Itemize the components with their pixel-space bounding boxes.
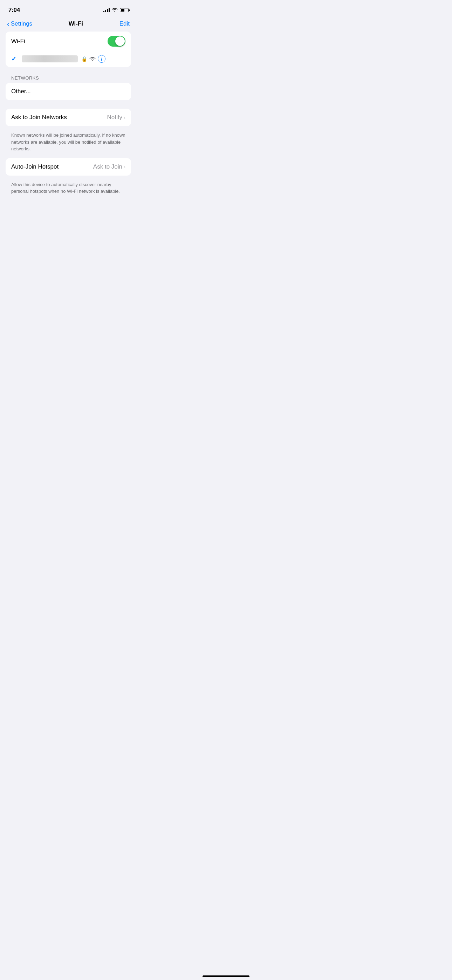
lock-icon: 🔒 — [81, 56, 87, 62]
status-icons — [103, 7, 130, 13]
network-info-button[interactable]: i — [98, 55, 105, 63]
wifi-network-icon — [89, 56, 95, 61]
wifi-status-icon — [112, 7, 118, 13]
networks-header: NETWORKS — [6, 70, 131, 83]
network-icons: 🔒 i — [81, 55, 105, 63]
content-area: Wi-Fi ✓ 🔒 i NETWORKS Other... — [0, 32, 137, 200]
toggle-knob — [115, 37, 125, 46]
auto-join-chevron-icon: › — [124, 164, 126, 170]
page-title: Wi-Fi — [69, 20, 83, 27]
signal-icon — [103, 8, 110, 12]
ask-to-join-label: Ask to Join Networks — [11, 114, 67, 121]
wifi-toggle[interactable] — [108, 36, 126, 47]
ask-to-join-section: Ask to Join Networks Notify › Known netw… — [6, 109, 131, 158]
network-name-blurred — [22, 56, 78, 62]
auto-join-description: Allow this device to automatically disco… — [6, 178, 131, 200]
checkmark-icon: ✓ — [11, 55, 18, 63]
back-label: Settings — [11, 20, 32, 27]
connected-network-row: ✓ 🔒 i — [6, 51, 131, 67]
edit-button[interactable]: Edit — [119, 20, 130, 27]
ask-to-join-value-text: Notify — [107, 114, 122, 121]
wifi-toggle-label: Wi-Fi — [11, 38, 25, 45]
auto-join-value-text: Ask to Join — [93, 163, 122, 170]
ask-to-join-chevron-icon: › — [124, 115, 126, 121]
other-network-row[interactable]: Other... — [6, 83, 131, 100]
auto-join-section: Auto-Join Hotspot Ask to Join › Allow th… — [6, 158, 131, 200]
auto-join-row[interactable]: Auto-Join Hotspot Ask to Join › — [6, 158, 131, 176]
back-chevron-icon: ‹ — [7, 20, 10, 27]
wifi-toggle-card: Wi-Fi ✓ 🔒 i — [6, 32, 131, 67]
auto-join-card: Auto-Join Hotspot Ask to Join › — [6, 158, 131, 176]
auto-join-value: Ask to Join › — [93, 163, 126, 170]
wifi-toggle-row: Wi-Fi — [6, 32, 131, 51]
ask-to-join-value: Notify › — [107, 114, 126, 121]
status-bar: 7:04 — [0, 0, 137, 18]
nav-bar: ‹ Settings Wi-Fi Edit — [0, 18, 137, 32]
networks-section: NETWORKS Other... — [6, 70, 131, 100]
ask-to-join-description: Known networks will be joined automatica… — [6, 129, 131, 158]
auto-join-label: Auto-Join Hotspot — [11, 163, 59, 170]
battery-icon — [120, 8, 130, 12]
networks-card: Other... — [6, 83, 131, 100]
status-time: 7:04 — [8, 7, 20, 14]
ask-to-join-card: Ask to Join Networks Notify › — [6, 109, 131, 126]
other-network-label: Other... — [11, 88, 31, 95]
ask-to-join-row[interactable]: Ask to Join Networks Notify › — [6, 109, 131, 126]
back-button[interactable]: ‹ Settings — [7, 20, 32, 27]
